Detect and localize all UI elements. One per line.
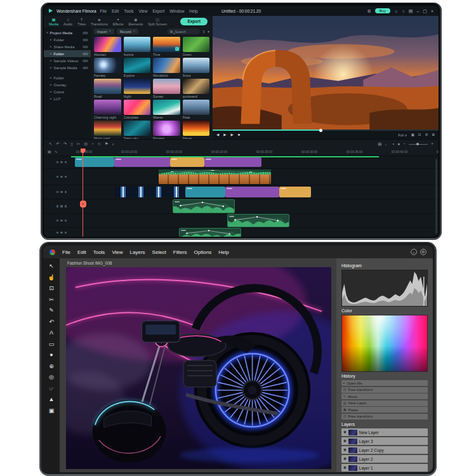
eye-icon[interactable]: ◉	[343, 457, 347, 461]
track-visibility-icon[interactable]	[56, 232, 59, 234]
media-thumbnail[interactable]	[124, 100, 151, 115]
timeline-audio-clip[interactable]	[179, 228, 241, 237]
timeline-tool-icon[interactable]: ✂	[77, 142, 80, 147]
layer-item[interactable]: ◉New Layer	[341, 428, 428, 436]
timeline-filmstrip-clip[interactable]	[114, 187, 185, 197]
menu-item[interactable]: Filters	[173, 249, 187, 255]
playhead-handle[interactable]: ✕	[80, 201, 86, 208]
timeline-tool-icon[interactable]: ◇	[98, 142, 101, 147]
preview-canvas[interactable]	[213, 16, 439, 129]
track-lock-icon[interactable]	[60, 176, 63, 178]
library-tab[interactable]: ◈Transitions	[91, 18, 108, 26]
timeline-clip-purple[interactable]	[114, 157, 170, 167]
timeline-tool-icon[interactable]: ↶	[56, 142, 59, 147]
media-item[interactable]: Colorplate	[124, 100, 151, 119]
editor-canvas[interactable]: Fashion Shoot IMG_008	[60, 258, 336, 472]
media-thumbnail[interactable]	[124, 58, 151, 73]
media-thumbnail[interactable]	[94, 100, 121, 115]
sidebar-item[interactable]: ▸Colors	[44, 88, 91, 95]
menu-item[interactable]: Help	[189, 9, 197, 13]
import-button[interactable]: Import∨	[94, 29, 114, 34]
minimize-button[interactable]: –	[416, 9, 419, 13]
sidebar-item[interactable]: ▸Folder	[44, 74, 91, 81]
track-visibility-icon[interactable]	[56, 176, 59, 178]
media-item[interactable]: Sunset	[153, 79, 180, 98]
track-lane[interactable]	[71, 199, 439, 213]
timeline-tool-icon[interactable]: ↖	[49, 142, 52, 147]
tool-button[interactable]: ✂	[46, 295, 56, 305]
close-button[interactable]: ×	[431, 9, 433, 13]
timeline-clip-purple[interactable]	[225, 187, 279, 197]
minimize-circle-icon[interactable]: –	[411, 249, 417, 255]
user-icon[interactable]: ○	[402, 9, 405, 13]
layer-item[interactable]: ◉Layer 1	[341, 464, 428, 472]
media-item[interactable]: Green	[183, 37, 210, 56]
menu-item[interactable]: Edit	[112, 9, 119, 13]
sidebar-item[interactable]: ▸Sample Videos	[44, 57, 91, 64]
track-lock-icon[interactable]	[60, 191, 63, 194]
media-thumbnail[interactable]	[183, 58, 210, 73]
media-thumbnail[interactable]	[153, 121, 180, 136]
track-lane[interactable]: Normal 100% ▾	[71, 169, 439, 185]
library-tab[interactable]: ◉Elements	[128, 18, 143, 26]
tool-button[interactable]: ☝	[46, 273, 56, 282]
media-item[interactable]: Flowers	[153, 121, 180, 139]
media-item[interactable]: Aurora	[124, 37, 151, 56]
timeline-tool-icon[interactable]: ▤	[378, 142, 381, 147]
timeline-clip-teal[interactable]	[75, 157, 114, 167]
timeline-tool-icon[interactable]: −	[403, 142, 406, 147]
menu-item[interactable]: Window	[169, 9, 184, 13]
media-thumbnail[interactable]	[124, 37, 151, 52]
sort-icon[interactable]: ▾	[208, 30, 209, 34]
preview-tool-icon[interactable]: ⊡	[418, 133, 421, 137]
track-mute-icon[interactable]	[65, 161, 67, 164]
fit-select[interactable]: Full ∨	[398, 133, 407, 138]
media-thumbnail[interactable]	[183, 121, 210, 136]
blocked-circle-icon[interactable]: ⊘	[420, 249, 426, 255]
media-item[interactable]: Wonderful	[153, 58, 180, 77]
timeline-tool-icon[interactable]: ⚑	[105, 142, 109, 147]
timeline-clip-orange[interactable]	[279, 187, 311, 197]
tool-button[interactable]: ↖	[46, 261, 56, 271]
media-thumbnail[interactable]	[153, 79, 180, 94]
track-visibility-icon[interactable]	[56, 191, 59, 194]
eye-icon[interactable]: ◉	[343, 430, 347, 434]
library-tab[interactable]: ▦Media	[49, 18, 58, 26]
tool-button[interactable]: ●	[46, 350, 56, 360]
zoom-slider[interactable]	[409, 144, 428, 145]
timeline-tool-icon[interactable]: ♩	[385, 142, 389, 147]
timeline-tool-icon[interactable]: ≈	[392, 142, 395, 147]
timeline-ruler[interactable]: ▤ ∿ 00:00:05:0000:00:10:0000:00:15:0000:…	[44, 149, 439, 156]
media-thumbnail[interactable]	[94, 58, 121, 73]
track-mute-icon[interactable]	[65, 232, 67, 234]
menu-item[interactable]: Tools	[93, 249, 105, 255]
sidebar-item[interactable]: ▸LUT	[44, 95, 91, 102]
export-button[interactable]: Export	[180, 18, 208, 25]
tool-button[interactable]: ▲	[46, 395, 56, 404]
layout-icon[interactable]: ▤	[409, 9, 413, 13]
preview-tool-icon[interactable]: ⊞	[432, 133, 435, 137]
photo-motorcycle[interactable]	[66, 267, 331, 469]
media-thumbnail[interactable]	[124, 121, 151, 136]
media-thumbnail[interactable]	[153, 100, 180, 115]
tool-button[interactable]: ⊕	[46, 362, 56, 371]
record-button[interactable]: Record∨	[117, 29, 138, 34]
menu-item[interactable]: Export	[152, 9, 164, 13]
sidebar-item[interactable]: ▸Folder	[44, 36, 91, 43]
media-item[interactable]: quicksand	[183, 79, 210, 98]
menu-item[interactable]: View	[112, 249, 122, 255]
media-thumbnail[interactable]	[183, 100, 210, 115]
eye-icon[interactable]: ◉	[343, 439, 347, 443]
menu-item[interactable]: Options	[194, 249, 212, 255]
manage-tracks-icon[interactable]: ▤	[48, 150, 51, 154]
timeline-scrollbar[interactable]	[435, 159, 437, 234]
media-item[interactable]: Motor road	[94, 121, 121, 139]
track-lane[interactable]	[71, 214, 439, 227]
sidebar-item[interactable]: ▸Share Media	[44, 43, 91, 50]
layer-item[interactable]: ◉Layer 2	[341, 455, 428, 463]
media-item[interactable]: Charming night	[94, 100, 121, 119]
tool-button[interactable]: A	[46, 328, 56, 338]
media-item[interactable]: Night	[124, 79, 151, 98]
transport-button[interactable]: ■	[238, 133, 240, 137]
timeline-tool-icon[interactable]: ↷	[63, 142, 67, 147]
